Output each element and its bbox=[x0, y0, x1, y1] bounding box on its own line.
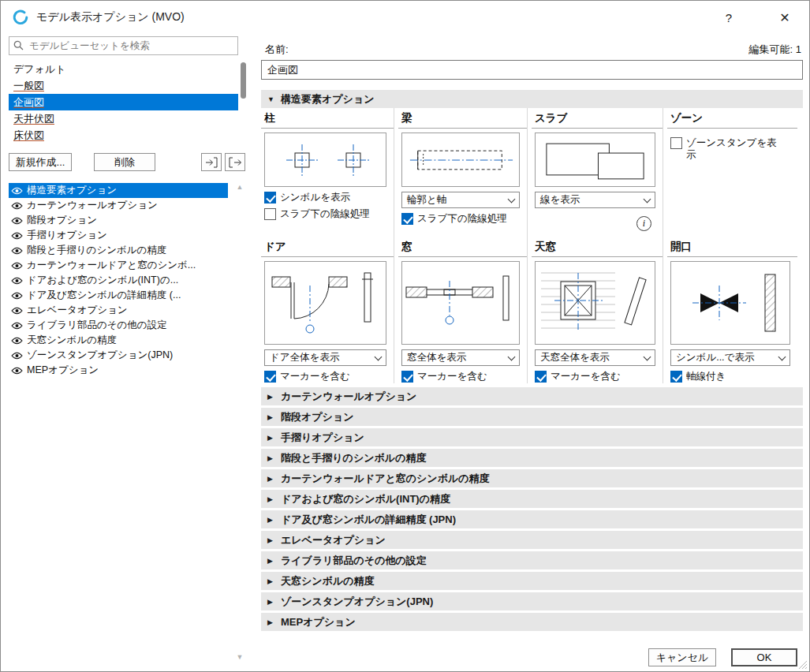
eye-icon bbox=[11, 232, 23, 240]
collapsed-section-header[interactable]: ▶ ドア及び窓シンボルの詳細精度 (JPN) bbox=[261, 510, 803, 528]
column-hidden-line-checkbox[interactable] bbox=[264, 208, 276, 220]
section-title: 階段オプション bbox=[281, 410, 354, 424]
beam-hidden-line-checkbox-row[interactable]: スラブ下の陰線処理 bbox=[401, 213, 520, 225]
collapsed-section-header[interactable]: ▶ ライブラリ部品のその他の設定 bbox=[261, 551, 803, 569]
chevron-right-icon: ▶ bbox=[267, 495, 275, 503]
viewset-item[interactable]: 天井伏図 bbox=[9, 110, 238, 127]
viewset-search-input[interactable] bbox=[9, 36, 238, 55]
beam-display-select[interactable]: 輪郭と軸 bbox=[401, 192, 520, 208]
option-item[interactable]: ライブラリ部品のその他の設定 bbox=[9, 318, 228, 333]
viewset-item[interactable]: 企画図 bbox=[9, 94, 238, 110]
panel-window: 窓 bbox=[394, 237, 527, 383]
viewset-item[interactable]: 一般図 bbox=[9, 77, 238, 94]
viewset-item[interactable]: デフォルト bbox=[9, 61, 238, 77]
scroll-down-icon[interactable]: ▼ bbox=[237, 653, 244, 661]
close-button[interactable]: ✕ bbox=[773, 10, 797, 25]
window-display-select[interactable]: 窓全体を表示 bbox=[401, 349, 520, 366]
help-button[interactable]: ? bbox=[718, 11, 740, 24]
beam-hidden-line-checkbox[interactable] bbox=[401, 213, 413, 225]
opening-axis-checkbox[interactable] bbox=[670, 371, 682, 383]
opening-axis-checkbox-row[interactable]: 軸線付き bbox=[670, 371, 790, 383]
collapsed-section-header[interactable]: ▶ エレベータオプション bbox=[261, 531, 803, 549]
section-header-structure-options[interactable]: ▼ 構造要素オプション bbox=[261, 90, 803, 108]
option-item-label: ドアおよび窓のシンボル(INT)の... bbox=[27, 274, 178, 287]
collapsed-section-header[interactable]: ▶ カーテンウォールオプション bbox=[261, 387, 803, 405]
door-marker-label: マーカーを含む bbox=[280, 371, 350, 383]
option-item[interactable]: 階段オプション bbox=[9, 213, 228, 228]
opening-axis-label: 軸線付き bbox=[686, 371, 726, 383]
collapsed-section-header[interactable]: ▶ ゾーンスタンプオプション(JPN) bbox=[261, 592, 803, 610]
info-icon[interactable]: i bbox=[636, 216, 651, 231]
door-marker-checkbox-row[interactable]: マーカーを含む bbox=[264, 371, 386, 383]
options-scrollbar[interactable]: ▲ ▼ bbox=[233, 183, 246, 661]
slab-display-value: 線を表示 bbox=[540, 193, 580, 207]
viewset-scrollbar[interactable] bbox=[239, 61, 248, 143]
option-item[interactable]: エレベータオプション bbox=[9, 303, 228, 318]
viewset-item-label: 一般図 bbox=[13, 79, 44, 93]
column-hidden-line-checkbox-row[interactable]: スラブ下の陰線処理 bbox=[264, 208, 386, 220]
name-label: 名前: bbox=[265, 43, 289, 57]
new-viewset-button[interactable]: 新規作成... bbox=[9, 153, 72, 171]
eye-icon bbox=[11, 292, 23, 300]
eye-icon bbox=[11, 367, 23, 375]
option-item-label: エレベータオプション bbox=[27, 304, 128, 317]
option-item-label: ライブラリ部品のその他の設定 bbox=[27, 319, 167, 332]
name-input[interactable] bbox=[261, 60, 803, 80]
chevron-down-icon bbox=[644, 353, 651, 360]
slab-display-select[interactable]: 線を表示 bbox=[535, 192, 655, 208]
export-viewset-button[interactable] bbox=[225, 153, 245, 171]
section-title: カーテンウォールドアと窓のシンボルの精度 bbox=[281, 472, 490, 486]
chevron-down-icon bbox=[644, 195, 651, 203]
viewset-item-label: 床伏図 bbox=[13, 129, 44, 143]
door-display-select[interactable]: ドア全体を表示 bbox=[264, 349, 386, 366]
opening-display-select[interactable]: シンボル...で表示 bbox=[670, 349, 790, 366]
chevron-down-icon bbox=[508, 353, 516, 360]
option-item[interactable]: 天窓シンボルの精度 bbox=[9, 333, 228, 348]
collapsed-section-header[interactable]: ▶ 手摺りオプション bbox=[261, 428, 803, 446]
option-item[interactable]: カーテンウォールドアと窓のシンボ... bbox=[9, 258, 228, 273]
viewset-item[interactable]: 床伏図 bbox=[9, 127, 238, 144]
scroll-up-icon[interactable]: ▲ bbox=[237, 183, 244, 191]
skylight-marker-checkbox[interactable] bbox=[535, 371, 547, 383]
panel-slab: スラブ 線を表示 i bbox=[527, 108, 663, 237]
panel-zone-title: ゾーン bbox=[667, 108, 797, 129]
option-item[interactable]: 構造要素オプション bbox=[9, 183, 228, 198]
window-marker-checkbox-row[interactable]: マーカーを含む bbox=[401, 371, 520, 383]
cancel-button[interactable]: キャンセル bbox=[648, 648, 716, 666]
ok-button[interactable]: OK bbox=[731, 648, 797, 666]
column-hidden-line-label: スラブ下の陰線処理 bbox=[280, 208, 370, 220]
eye-icon bbox=[11, 187, 23, 195]
option-item[interactable]: 手摺りオプション bbox=[9, 228, 228, 243]
option-item[interactable]: ドアおよび窓のシンボル(INT)の... bbox=[9, 273, 228, 288]
option-item[interactable]: カーテンウォールオプション bbox=[9, 198, 228, 213]
resize-grip[interactable] bbox=[797, 659, 808, 670]
window-marker-checkbox[interactable] bbox=[401, 371, 413, 383]
show-symbol-checkbox-row[interactable]: シンボルを表示 bbox=[264, 192, 386, 203]
viewset-list-wrap: デフォルト 一般図 企画図 天井伏図 床伏図 bbox=[9, 61, 248, 146]
eye-icon bbox=[11, 337, 23, 345]
collapsed-section-header[interactable]: ▶ ドアおよび窓のシンボル(INT)の精度 bbox=[261, 490, 803, 508]
collapsed-section-header[interactable]: ▶ 天窓シンボルの精度 bbox=[261, 572, 803, 590]
zone-stamp-checkbox[interactable] bbox=[670, 137, 682, 149]
collapsed-section-header[interactable]: ▶ 階段と手摺りのシンボルの精度 bbox=[261, 449, 803, 467]
door-marker-checkbox[interactable] bbox=[264, 371, 276, 383]
delete-viewset-button[interactable]: 削除 bbox=[94, 153, 155, 171]
viewset-scrollbar-thumb[interactable] bbox=[241, 62, 246, 99]
opening-display-value: シンボル...で表示 bbox=[676, 351, 754, 364]
skylight-marker-checkbox-row[interactable]: マーカーを含む bbox=[535, 371, 655, 383]
section-title: ライブラリ部品のその他の設定 bbox=[281, 554, 427, 568]
show-symbol-checkbox[interactable] bbox=[264, 192, 276, 203]
collapsed-section-header[interactable]: ▶ 階段オプション bbox=[261, 408, 803, 426]
zone-stamp-label: ゾーンスタンプを表示 bbox=[686, 137, 778, 162]
skylight-display-select[interactable]: 天窓全体を表示 bbox=[535, 349, 655, 366]
option-item[interactable]: 階段と手摺りのシンボルの精度 bbox=[9, 243, 228, 258]
collapsed-section-header[interactable]: ▶ MEPオプション bbox=[261, 613, 803, 631]
collapsed-section-header[interactable]: ▶ カーテンウォールドアと窓のシンボルの精度 bbox=[261, 469, 803, 487]
option-item[interactable]: MEPオプション bbox=[9, 363, 228, 378]
option-item[interactable]: ドア及び窓シンボルの詳細精度 (... bbox=[9, 288, 228, 303]
zone-stamp-checkbox-row[interactable]: ゾーンスタンプを表示 bbox=[670, 137, 790, 162]
import-viewset-button[interactable] bbox=[201, 153, 222, 171]
collapsed-sections: ▶ カーテンウォールオプション ▶ 階段オプション ▶ 手摺りオプション ▶ 階… bbox=[261, 387, 803, 631]
option-item[interactable]: ゾーンスタンプオプション(JPN) bbox=[9, 348, 228, 363]
skylight-preview bbox=[535, 261, 655, 345]
